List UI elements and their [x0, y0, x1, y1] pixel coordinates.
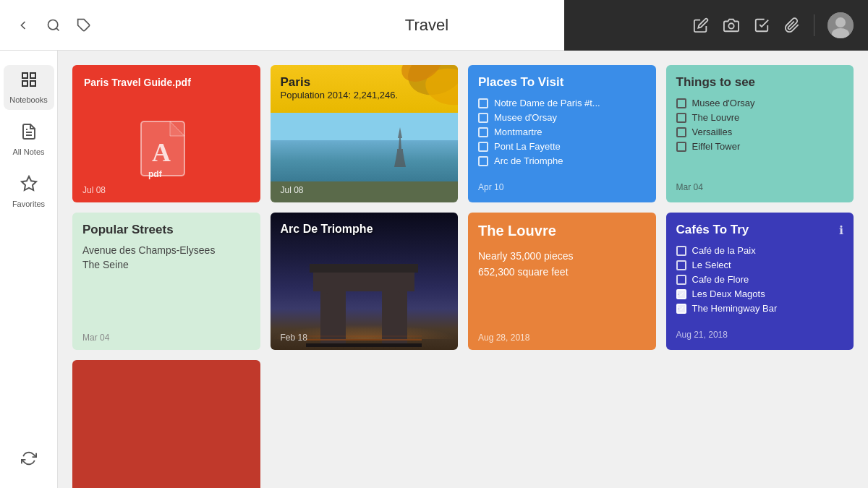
svg-rect-29 — [306, 343, 422, 347]
cafes-card-title: Cafés To Try — [676, 223, 749, 237]
pdf-card-title: Paris Travel Guide.pdf — [84, 77, 249, 88]
bottom-partial-card[interactable] — [72, 360, 260, 488]
list-item-text: Café de la Paix — [692, 245, 756, 256]
checkbox-unchecked[interactable] — [676, 127, 686, 137]
svg-rect-8 — [30, 73, 35, 78]
streets-card[interactable]: Popular Streets Avenue des Champs-Elysee… — [72, 213, 260, 350]
svg-rect-19 — [397, 149, 403, 151]
compose-button[interactable] — [692, 17, 710, 34]
svg-text:pdf: pdf — [148, 169, 163, 179]
top-bar: Travel — [0, 0, 868, 51]
list-item-text: Versailles — [692, 127, 733, 137]
paris-card-overlay: Paris Population 2014: 2,241,246. — [271, 65, 459, 111]
things-card-title: Things to see — [676, 75, 844, 90]
svg-rect-25 — [320, 289, 346, 347]
pdf-icon: A pdf — [84, 110, 249, 191]
list-item-text: Le Select — [692, 260, 731, 270]
list-item-text: Les Deux Magots — [692, 288, 765, 299]
streets-card-date: Mar 04 — [82, 333, 109, 343]
avatar[interactable] — [827, 12, 854, 38]
sync-button[interactable] — [4, 445, 54, 476]
checkbox-unchecked[interactable] — [478, 142, 488, 152]
list-item: Le Select — [676, 260, 844, 270]
camera-button[interactable] — [723, 17, 740, 34]
pdf-card[interactable]: Paris Travel Guide.pdf A pdf Jul 08 — [72, 65, 260, 202]
svg-marker-13 — [22, 176, 36, 190]
checkbox-checked[interactable] — [676, 289, 686, 299]
cafes-card-date: Aug 21, 2018 — [676, 325, 844, 340]
arc-card[interactable]: Arc De Triomphe Feb 18 — [271, 213, 459, 350]
svg-rect-9 — [22, 81, 27, 86]
svg-rect-10 — [30, 81, 35, 86]
sidebar-item-favorites[interactable]: Favorites — [4, 169, 54, 214]
streets-line-1: Avenue des Champs-Elysees — [82, 244, 250, 256]
info-icon[interactable]: ℹ — [839, 223, 843, 237]
svg-rect-7 — [22, 73, 27, 78]
list-item-text: Musee d'Orsay — [692, 98, 755, 108]
things-card-date: Mar 04 — [676, 176, 844, 192]
all-notes-label: All Notes — [12, 147, 44, 156]
svg-rect-26 — [382, 289, 407, 347]
checkbox-unchecked[interactable] — [676, 142, 686, 152]
paris-card-title: Paris — [281, 75, 448, 90]
paris-card[interactable]: Paris Population 2014: 2,241,246. Jul 08 — [271, 65, 459, 202]
list-item-text: The Louvre — [692, 112, 740, 123]
svg-rect-28 — [310, 264, 418, 273]
list-item: The Louvre — [676, 112, 844, 123]
checkbox-unchecked[interactable] — [676, 113, 686, 123]
louvre-card-date: Aug 28, 2018 — [478, 333, 529, 343]
checkbox-unchecked[interactable] — [478, 156, 488, 166]
streets-line-2: The Seine — [82, 259, 250, 270]
pdf-card-date: Jul 08 — [82, 185, 106, 195]
sidebar-item-notebooks[interactable]: Notebooks — [4, 65, 54, 110]
checkbox-unchecked[interactable] — [676, 275, 686, 285]
svg-point-5 — [835, 17, 846, 27]
things-card[interactable]: Things to see Musee d'Orsay The Louvre V… — [666, 65, 854, 202]
places-card[interactable]: Places To Visit Notre Dame de Paris #t..… — [468, 65, 656, 202]
all-notes-icon — [20, 123, 38, 145]
places-card-title: Places To Visit — [478, 75, 646, 90]
list-item-text: Eiffel Tower — [692, 141, 741, 152]
list-item-text: The Hemingway Bar — [692, 303, 778, 314]
svg-rect-27 — [313, 271, 414, 291]
louvre-card-title: The Louvre — [478, 223, 646, 239]
sync-icon — [21, 450, 37, 471]
svg-text:A: A — [152, 138, 171, 167]
tag-button[interactable] — [75, 17, 93, 34]
back-button[interactable] — [14, 17, 32, 34]
list-item-text: Pont La Fayette — [494, 141, 561, 152]
svg-marker-20 — [396, 151, 404, 160]
list-item: The Hemingway Bar — [676, 303, 844, 314]
svg-marker-21 — [394, 160, 406, 167]
checkbox-unchecked[interactable] — [478, 98, 488, 108]
cafes-card-header: Cafés To Try ℹ — [676, 223, 844, 237]
list-item: Musee d'Orsay — [676, 98, 844, 108]
checkbox-unchecked[interactable] — [478, 113, 488, 123]
search-button[interactable] — [45, 17, 62, 34]
divider — [814, 14, 814, 36]
places-card-date: Apr 10 — [478, 176, 646, 192]
page-title: Travel — [289, 16, 564, 35]
checkbox-unchecked[interactable] — [478, 127, 488, 137]
paris-card-subtitle: Population 2014: 2,241,246. — [281, 90, 448, 100]
louvre-card-line-2: 652,300 square feet — [478, 264, 646, 280]
notebooks-icon — [20, 71, 38, 93]
checklist-button[interactable] — [753, 17, 770, 34]
streets-card-title: Popular Streets — [82, 223, 250, 237]
checkbox-unchecked[interactable] — [676, 246, 686, 256]
checkbox-unchecked[interactable] — [676, 260, 686, 270]
list-item: Montmartre — [478, 127, 646, 137]
attach-button[interactable] — [783, 17, 801, 34]
list-item-text: Montmartre — [494, 127, 542, 137]
notebooks-label: Notebooks — [9, 95, 48, 104]
favorites-icon — [20, 175, 38, 197]
content-area: Paris Travel Guide.pdf A pdf Jul 08 — [58, 51, 868, 488]
checkbox-unchecked[interactable] — [676, 98, 686, 108]
checkbox-checked[interactable] — [676, 304, 686, 314]
louvre-card[interactable]: The Louvre Nearly 35,000 pieces 652,300 … — [468, 213, 656, 350]
cafes-card[interactable]: Cafés To Try ℹ Café de la Paix Le Select… — [666, 213, 854, 350]
notes-grid: Paris Travel Guide.pdf A pdf Jul 08 — [72, 65, 854, 488]
list-item: Versailles — [676, 127, 844, 137]
sidebar-item-all-notes[interactable]: All Notes — [4, 117, 54, 162]
list-item-text: Arc de Triomphe — [494, 155, 563, 166]
